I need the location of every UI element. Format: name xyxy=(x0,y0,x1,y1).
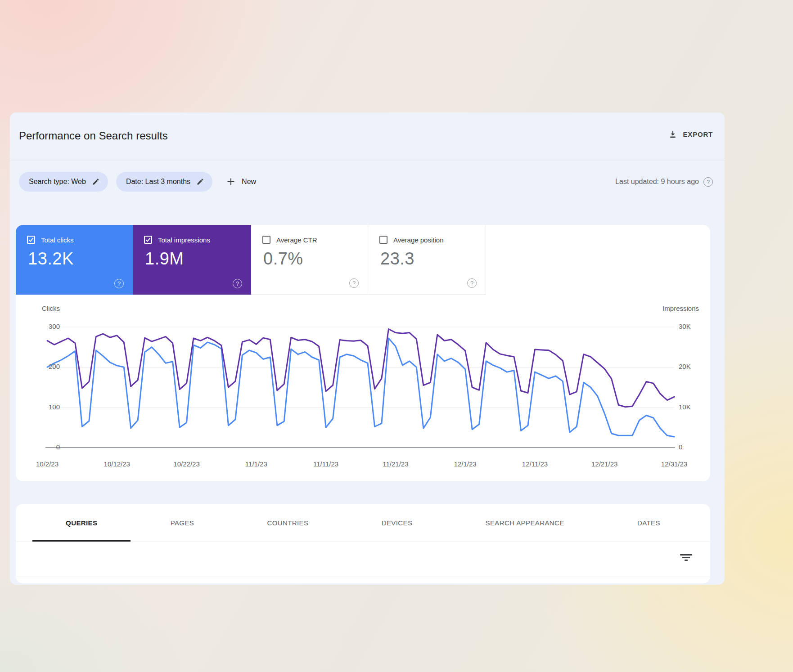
last-updated: Last updated: 9 hours ago xyxy=(615,177,713,187)
metric-label: Average position xyxy=(393,236,443,244)
metric-card-average-ctr[interactable]: Average CTR 0.7% xyxy=(251,225,368,295)
metric-tiles: Total clicks 13.2K Total impressions 1.9… xyxy=(16,225,710,295)
filter-list-icon[interactable] xyxy=(680,554,692,562)
x-axis-tick: 11/1/23 xyxy=(238,460,274,468)
metric-label: Average CTR xyxy=(276,236,317,244)
metric-value: 23.3 xyxy=(368,244,486,269)
tab-countries[interactable]: COUNTRIES xyxy=(261,504,314,542)
edit-pencil-icon xyxy=(92,178,100,186)
y-axis-tick-left: 200 xyxy=(25,363,60,370)
filter-bar: Search type: Web Date: Last 3 months Ne xyxy=(19,172,713,192)
x-axis-tick: 12/31/23 xyxy=(656,460,692,468)
help-icon[interactable] xyxy=(703,177,713,187)
chip-date-range[interactable]: Date: Last 3 months xyxy=(116,172,212,192)
last-updated-text: Last updated: 9 hours ago xyxy=(615,178,699,186)
export-button[interactable]: EXPORT xyxy=(668,130,713,139)
y-axis-tick-left: 100 xyxy=(25,403,60,411)
metric-value: 13.2K xyxy=(16,244,133,269)
metric-card-average-position[interactable]: Average position 23.3 xyxy=(368,225,486,295)
chart-card: Total clicks 13.2K Total impressions 1.9… xyxy=(16,225,710,481)
help-icon[interactable] xyxy=(349,278,359,288)
chip-date-range-label: Date: Last 3 months xyxy=(126,178,190,186)
new-filter-button[interactable]: New xyxy=(226,177,256,187)
checkbox-checked-icon[interactable] xyxy=(27,236,35,244)
right-axis-title: Impressions xyxy=(634,305,699,312)
download-icon xyxy=(668,130,677,139)
y-axis-tick-right: 10K xyxy=(679,403,706,411)
metric-value: 1.9M xyxy=(133,244,251,269)
help-icon[interactable] xyxy=(233,279,242,288)
x-axis-tick: 10/2/23 xyxy=(29,460,65,468)
x-axis-tick: 11/21/23 xyxy=(378,460,414,468)
dimensions-table-card: QUERIES PAGES COUNTRIES DEVICES SEARCH A… xyxy=(16,504,710,583)
x-axis-tick: 11/11/23 xyxy=(308,460,344,468)
tab-dates[interactable]: DATES xyxy=(632,504,666,542)
table-toolbar xyxy=(16,542,710,577)
chip-search-type-label: Search type: Web xyxy=(29,178,86,186)
x-axis-tick: 12/21/23 xyxy=(586,460,622,468)
new-filter-label: New xyxy=(242,178,256,186)
metric-label: Total impressions xyxy=(158,236,210,244)
chip-search-type[interactable]: Search type: Web xyxy=(19,172,108,192)
help-icon[interactable] xyxy=(467,278,477,288)
tab-queries[interactable]: QUERIES xyxy=(60,504,103,542)
metric-value: 0.7% xyxy=(251,244,368,269)
panel-header: Performance on Search results EXPORT xyxy=(10,112,725,161)
x-axis-tick: 10/22/23 xyxy=(169,460,205,468)
performance-line-chart[interactable] xyxy=(16,295,710,481)
y-axis-tick-right: 30K xyxy=(679,323,706,330)
checkbox-unchecked-icon[interactable] xyxy=(379,236,387,244)
x-axis-tick: 12/1/23 xyxy=(447,460,483,468)
y-axis-tick-left: 300 xyxy=(25,323,60,330)
y-axis-tick-left: 0 xyxy=(25,443,60,451)
y-axis-tick-right: 0 xyxy=(679,443,706,451)
tab-pages[interactable]: PAGES xyxy=(165,504,200,542)
x-axis-tick: 10/12/23 xyxy=(99,460,135,468)
x-axis-tick: 12/11/23 xyxy=(517,460,553,468)
page-title: Performance on Search results xyxy=(19,130,168,142)
left-axis-title: Clicks xyxy=(25,305,60,312)
checkbox-unchecked-icon[interactable] xyxy=(262,236,270,244)
chart-region: ClicksImpressions300200100030K20K10K010/… xyxy=(16,295,710,481)
help-icon[interactable] xyxy=(114,279,124,288)
y-axis-tick-right: 20K xyxy=(679,363,706,370)
metric-card-total-impressions[interactable]: Total impressions 1.9M xyxy=(133,225,251,295)
dimension-tabs: QUERIES PAGES COUNTRIES DEVICES SEARCH A… xyxy=(16,504,710,542)
metric-label: Total clicks xyxy=(41,236,74,244)
tab-search-appearance[interactable]: SEARCH APPEARANCE xyxy=(480,504,570,542)
metric-card-total-clicks[interactable]: Total clicks 13.2K xyxy=(16,225,133,295)
performance-panel: Performance on Search results EXPORT Sea… xyxy=(10,112,725,585)
edit-pencil-icon xyxy=(196,178,204,186)
checkbox-checked-icon[interactable] xyxy=(144,236,152,244)
plus-icon xyxy=(226,177,236,187)
export-label: EXPORT xyxy=(683,130,713,138)
tab-devices[interactable]: DEVICES xyxy=(376,504,418,542)
